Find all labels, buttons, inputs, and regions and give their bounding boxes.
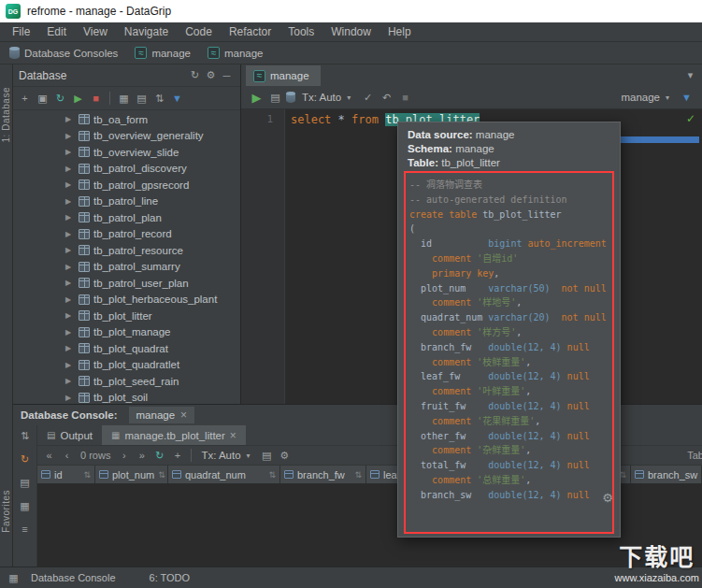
- expand-arrow-icon[interactable]: ▶: [65, 148, 75, 156]
- tree-item-tb_plot_quadrat[interactable]: ▶tb_plot_quadrat: [13, 340, 240, 357]
- grid-tx-mode-select[interactable]: Tx: Auto ▾: [197, 448, 256, 463]
- console-header-tab-manage[interactable]: manage ×: [129, 407, 195, 423]
- pager-last-icon[interactable]: »: [134, 448, 150, 463]
- expand-arrow-icon[interactable]: ▶: [65, 230, 75, 238]
- column-header-branch_sw[interactable]: branch_sw⇅: [631, 466, 702, 483]
- expand-arrow-icon[interactable]: ▶: [65, 165, 75, 173]
- expand-arrow-icon[interactable]: ▶: [65, 394, 75, 402]
- console-selector[interactable]: manage ▾: [617, 90, 676, 105]
- column-header-branch_fw[interactable]: branch_fw⇅: [280, 466, 366, 483]
- tree-item-tb_patrol_discovery[interactable]: ▶tb_patrol_discovery: [13, 161, 240, 178]
- menu-file[interactable]: File: [4, 25, 38, 38]
- column-header-plot_num[interactable]: plot_num⇅: [95, 466, 168, 483]
- upload-icon[interactable]: ▤: [259, 448, 275, 463]
- close-icon[interactable]: ×: [180, 409, 187, 422]
- grid-view-icon[interactable]: ▤: [17, 475, 33, 490]
- refresh-icon[interactable]: ↻: [52, 91, 68, 106]
- tab-manage-tb-plot-litter[interactable]: ▦manage.tb_plot_litter×: [102, 425, 246, 445]
- expand-arrow-icon[interactable]: ▶: [65, 361, 75, 369]
- tree-item-tb_patrol_resource[interactable]: ▶tb_patrol_resource: [13, 242, 240, 259]
- expand-collapse-icon[interactable]: ⇅: [151, 91, 167, 106]
- table-view-icon[interactable]: ▦: [17, 498, 33, 513]
- menu-tools[interactable]: Tools: [279, 25, 322, 38]
- sort-icon[interactable]: ⇅: [354, 470, 362, 480]
- sort-icon[interactable]: ⇅: [17, 428, 33, 443]
- settings-filter-icon[interactable]: ▼: [679, 90, 695, 105]
- rerun-icon[interactable]: ↻: [17, 452, 33, 466]
- breadcrumb-1-manage[interactable]: ≈manage: [135, 47, 191, 59]
- execute-button[interactable]: ▶: [249, 90, 265, 105]
- pager-next-icon[interactable]: ›: [116, 448, 132, 463]
- tab-options-icon[interactable]: ▾: [682, 68, 698, 83]
- expand-arrow-icon[interactable]: ▶: [65, 197, 75, 206]
- tree-item-tb_plot_quadratlet[interactable]: ▶tb_plot_quadratlet: [13, 357, 240, 374]
- tree-item-tb_patrol_sumarry[interactable]: ▶tb_patrol_sumarry: [13, 259, 240, 276]
- stripe-button-favorites[interactable]: Favorites: [1, 490, 11, 533]
- pager-first-icon[interactable]: «: [41, 448, 57, 463]
- stop-icon[interactable]: ■: [88, 91, 104, 106]
- tree-item-tb_plot_herbaceous_plant[interactable]: ▶tb_plot_herbaceous_plant: [13, 292, 240, 308]
- sort-icon[interactable]: ⇅: [83, 470, 91, 480]
- sort-icon[interactable]: ⇅: [268, 470, 276, 480]
- copy-icon[interactable]: ▣: [35, 91, 50, 106]
- menu-help[interactable]: Help: [380, 25, 420, 38]
- expand-arrow-icon[interactable]: ▶: [65, 311, 75, 320]
- tree-item-tb_plot_manage[interactable]: ▶tb_plot_manage: [13, 324, 240, 341]
- editor-tab-manage[interactable]: ≈ manage: [246, 65, 321, 86]
- expand-arrow-icon[interactable]: ▶: [65, 132, 75, 140]
- tx-mode-select[interactable]: Tx: Auto ▾: [298, 90, 357, 105]
- stripe-button-database[interactable]: 1: Database: [1, 87, 11, 142]
- expand-arrow-icon[interactable]: ▶: [65, 246, 75, 254]
- filter-icon[interactable]: ▼: [169, 91, 185, 106]
- tree-item-tb_overview_generality[interactable]: ▶tb_overview_generality: [13, 128, 240, 145]
- run-icon[interactable]: ▶: [70, 91, 86, 106]
- column-header-id[interactable]: id⇅: [37, 466, 95, 483]
- menu-view[interactable]: View: [75, 25, 116, 38]
- popup-gear-icon[interactable]: ⚙: [602, 491, 613, 505]
- column-header-quadrat_num[interactable]: quadrat_num⇅: [168, 466, 280, 483]
- tree-item-tb_patrol_record[interactable]: ▶tb_patrol_record: [13, 226, 240, 243]
- expand-arrow-icon[interactable]: ▶: [65, 180, 75, 189]
- commit-db-icon[interactable]: [286, 92, 295, 103]
- menu-edit[interactable]: Edit: [38, 25, 75, 38]
- rollback-icon[interactable]: ↶: [379, 90, 394, 105]
- menu-navigate[interactable]: Navigate: [116, 25, 177, 38]
- menu-window[interactable]: Window: [322, 25, 380, 38]
- inspection-ok-icon[interactable]: ✓: [686, 112, 695, 125]
- tree-item-tb_oa_form[interactable]: ▶tb_oa_form: [13, 111, 240, 128]
- tree-item-tb_patrol_plan[interactable]: ▶tb_patrol_plan: [13, 209, 240, 226]
- pager-prev-icon[interactable]: ‹: [59, 448, 75, 463]
- tree-item-tb_overview_slide[interactable]: ▶tb_overview_slide: [13, 144, 240, 161]
- expand-arrow-icon[interactable]: ▶: [65, 279, 75, 287]
- table-view-icon[interactable]: ▦: [116, 91, 132, 106]
- menu-refactor[interactable]: Refactor: [221, 25, 279, 38]
- close-icon[interactable]: ×: [230, 429, 236, 442]
- commit-check-icon[interactable]: ✓: [360, 90, 376, 105]
- toolwindow-toggle-icon[interactable]: ▦: [6, 570, 21, 585]
- breadcrumb-0-database-consoles[interactable]: Database Consoles: [9, 47, 118, 59]
- expand-arrow-icon[interactable]: ▶: [65, 328, 75, 337]
- reload-icon[interactable]: ↻: [151, 448, 167, 463]
- gear-icon[interactable]: ⚙: [203, 68, 219, 83]
- diagram-icon[interactable]: ▤: [134, 91, 150, 106]
- expand-arrow-icon[interactable]: ▶: [65, 295, 75, 304]
- tree-item-tb_plot_litter[interactable]: ▶tb_plot_litter: [13, 308, 240, 324]
- statusbar-database-console[interactable]: Database Console: [31, 572, 116, 583]
- breadcrumb-2-manage[interactable]: ≈manage: [208, 47, 264, 59]
- tree-item-tb_patrol_user_plan[interactable]: ▶tb_patrol_user_plan: [13, 275, 240, 292]
- sort-icon[interactable]: ⇅: [158, 470, 165, 480]
- expand-arrow-icon[interactable]: ▶: [65, 344, 75, 352]
- script-icon[interactable]: ▤: [267, 90, 283, 105]
- tree-item-tb_patrol_gpsrecord[interactable]: ▶tb_patrol_gpsrecord: [13, 177, 240, 194]
- menu-code[interactable]: Code: [177, 25, 221, 38]
- expand-arrow-icon[interactable]: ▶: [65, 115, 75, 123]
- add-icon[interactable]: +: [17, 91, 33, 106]
- add-row-icon[interactable]: +: [169, 448, 185, 463]
- hide-panel-icon[interactable]: ─: [219, 68, 235, 83]
- tree-item-tb_plot_soil[interactable]: ▶tb_plot_soil: [13, 390, 240, 405]
- tree-item-tb_plot_seed_rain[interactable]: ▶tb_plot_seed_rain: [13, 373, 240, 390]
- tab-output[interactable]: ▤Output: [37, 425, 102, 445]
- sync-icon[interactable]: ↻: [187, 68, 203, 83]
- expand-arrow-icon[interactable]: ▶: [65, 213, 75, 222]
- horizontal-scrollbar-thumb[interactable]: [621, 136, 699, 143]
